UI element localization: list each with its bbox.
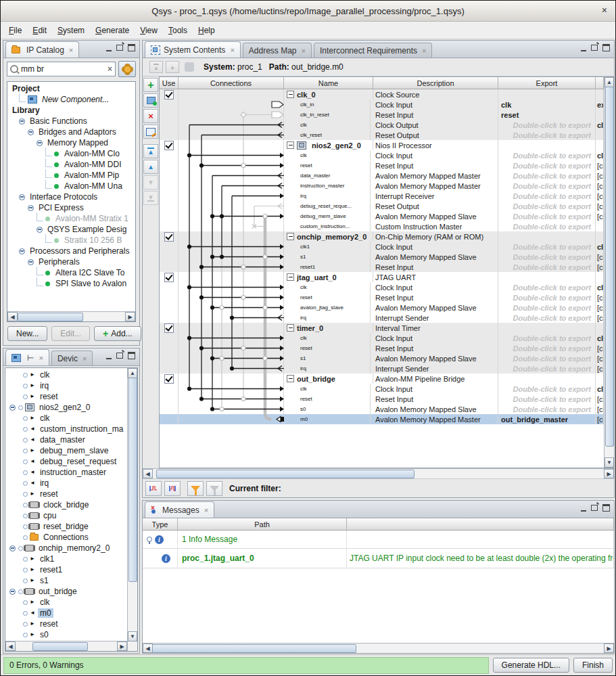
connections-cell[interactable] [179, 150, 284, 160]
signal-filter-button[interactable] [164, 481, 181, 496]
menu-view[interactable]: View [135, 24, 163, 37]
table-row[interactable]: clk_inClock Inputclkex [160, 99, 604, 110]
export-cell[interactable]: Double-click to export [498, 221, 596, 231]
export-cell[interactable] [498, 231, 596, 242]
connections-cell[interactable] [179, 282, 284, 292]
tree-expander-icon[interactable] [19, 194, 25, 200]
connections-cell[interactable] [179, 333, 284, 343]
menu-file[interactable]: File [3, 24, 27, 37]
hierarchy-item[interactable]: reset_bridge [7, 521, 127, 532]
connections-cell[interactable] [179, 181, 284, 191]
export-cell[interactable] [498, 323, 596, 333]
hierarchy-item[interactable]: reset [7, 618, 127, 629]
connections-cell[interactable] [179, 272, 284, 282]
close-icon[interactable] [302, 47, 306, 55]
export-cell[interactable]: Double-click to export [498, 343, 596, 353]
maximize-icon[interactable] [128, 352, 135, 359]
table-row[interactable]: instruction_masterAvalon Memory Mapped M… [160, 181, 604, 191]
connections-cell[interactable] [179, 374, 284, 384]
use-cell[interactable] [160, 323, 179, 333]
menu-tools[interactable]: Tools [163, 24, 193, 37]
export-cell[interactable]: Double-click to export [498, 333, 596, 343]
use-cell[interactable] [160, 231, 179, 242]
name-cell[interactable]: debug_reset_reque... [284, 201, 371, 211]
tree-item[interactable]: Interface Protocols [9, 191, 135, 202]
table-row[interactable]: debug_reset_reque...Reset OutputDouble-c… [160, 201, 604, 211]
tab-address-map[interactable]: Address Map [243, 43, 312, 58]
tree-expander-icon[interactable] [147, 537, 152, 542]
tab-hierarchy[interactable]: ⊢ [5, 349, 49, 365]
collapse-icon[interactable] [287, 141, 294, 149]
name-cell[interactable]: clk [284, 282, 371, 292]
name-cell[interactable]: clk1 [284, 242, 371, 252]
connections-cell[interactable] [179, 323, 284, 333]
hierarchy-item[interactable]: clk [7, 597, 127, 608]
table-row[interactable]: clkClock InputDouble-click to exportclk [160, 384, 604, 394]
name-cell[interactable]: clk [284, 120, 371, 130]
connections-cell[interactable] [179, 130, 284, 140]
hierarchy-item[interactable]: clk [7, 369, 127, 380]
tree-item[interactable]: Bridges and Adaptors [9, 127, 135, 137]
hierarchy-item[interactable]: clock_bridge [7, 499, 127, 510]
collapse-icon[interactable] [287, 233, 294, 240]
scroll-up-icon[interactable] [605, 77, 614, 87]
menu-help[interactable]: Help [193, 24, 220, 37]
scroll-left-icon[interactable] [143, 469, 153, 478]
table-group-row[interactable]: out_bridgeAvalon-MM Pipeline Bridge [160, 374, 604, 384]
export-cell[interactable]: Double-click to export [498, 384, 596, 394]
export-cell[interactable] [498, 140, 596, 150]
table-row[interactable]: clk_resetReset OutputDouble-click to exp… [160, 130, 604, 140]
maximize-icon[interactable] [128, 44, 135, 51]
name-cell[interactable]: reset [284, 394, 371, 404]
tree-item[interactable]: SPI Slave to Avalon [9, 278, 135, 289]
checkbox-checked-icon[interactable] [164, 323, 174, 333]
table-group-row[interactable]: clk_0Clock Source [160, 89, 604, 99]
table-row[interactable]: s0Avalon Memory Mapped SlaveDouble-click… [160, 404, 604, 414]
table-row[interactable]: resetReset InputDouble-click to export[c… [160, 160, 604, 171]
export-cell[interactable]: Double-click to export [498, 201, 596, 211]
remove-button[interactable] [143, 109, 158, 123]
tab-ip-catalog[interactable]: IP Catalog [5, 41, 79, 58]
connections-cell[interactable] [179, 231, 284, 242]
table-row[interactable]: resetReset InputDouble-click to export[c… [160, 292, 604, 302]
tree-item[interactable]: Avalon-MM Pip [9, 170, 135, 181]
export-cell[interactable]: Double-click to export [498, 292, 596, 302]
edit-params-button[interactable] [143, 125, 158, 139]
name-cell[interactable]: debug_mem_slave [284, 211, 371, 221]
system-hscrollbar[interactable] [143, 468, 614, 478]
maximize-icon[interactable] [602, 44, 610, 51]
messages-hscrollbar[interactable] [143, 643, 614, 653]
close-icon[interactable] [39, 354, 43, 362]
scroll-left-icon[interactable] [7, 312, 18, 321]
column-use[interactable]: Use [160, 77, 179, 89]
connections-cell[interactable] [179, 394, 284, 404]
float-icon[interactable] [591, 505, 598, 511]
hierarchy-item[interactable]: s1 [7, 575, 127, 586]
name-cell[interactable]: reset [284, 292, 371, 302]
scroll-left-icon[interactable] [5, 641, 16, 651]
minimize-icon[interactable] [581, 50, 586, 51]
use-cell[interactable] [160, 374, 179, 384]
column-export[interactable]: Export [498, 77, 596, 89]
column-description[interactable]: Description [373, 77, 498, 89]
connections-cell[interactable] [179, 313, 284, 323]
minimize-icon[interactable] [581, 510, 586, 512]
message-row[interactable]: i1 Info Message [143, 531, 614, 549]
connections-cell[interactable] [179, 191, 284, 201]
table-group-row[interactable]: timer_0Interval Timer [160, 323, 604, 333]
connections-cell[interactable] [179, 201, 284, 211]
tree-item[interactable]: Altera I2C Slave To [9, 267, 135, 278]
hierarchy-item[interactable]: custom_instruction_ma [7, 424, 127, 434]
connections-cell[interactable] [179, 302, 284, 313]
name-cell[interactable]: jtag_uart_0 [284, 272, 373, 282]
generate-hdl-button[interactable]: Generate HDL... [493, 658, 569, 673]
hierarchy-item[interactable]: m0 [7, 608, 127, 618]
export-cell[interactable]: Double-click to export [498, 302, 596, 313]
name-cell[interactable]: avalon_jtag_slave [284, 302, 371, 313]
name-cell[interactable]: clk_reset [284, 130, 371, 140]
clear-filter-button[interactable] [206, 481, 222, 496]
menu-generate[interactable]: Generate [90, 24, 135, 37]
connections-cell[interactable] [179, 120, 284, 130]
use-cell[interactable] [160, 140, 179, 150]
system-table-header[interactable]: UseConnectionsNameDescriptionExport [160, 77, 604, 89]
